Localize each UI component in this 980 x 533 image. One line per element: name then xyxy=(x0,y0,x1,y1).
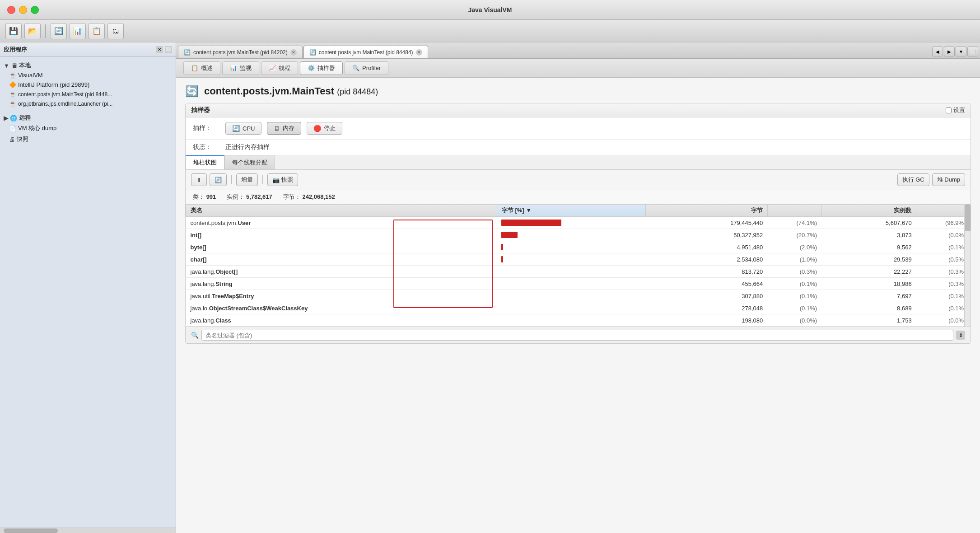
sidebar-item-visualvm[interactable]: ☕ VisualVM xyxy=(0,70,176,80)
sub-tab-heap[interactable]: 堆柱状图 xyxy=(186,155,224,169)
table-row[interactable]: java.io.ObjectStreamClass$WeakClassKey27… xyxy=(186,302,971,314)
cell-bytes: 2,534,080 xyxy=(646,253,768,266)
sidebar-item-intellij[interactable]: 🔶 IntelliJ Platform (pid 29899) xyxy=(0,80,176,89)
cell-classname: byte[] xyxy=(186,241,497,253)
col-instances-pct[interactable] xyxy=(916,205,971,217)
cell-classname: java.util.TreeMap$Entry xyxy=(186,290,497,302)
toolbar-btn5[interactable]: 📋 xyxy=(89,23,105,39)
cpu-sample-btn[interactable]: 🔄 CPU xyxy=(225,122,261,135)
cell-bytes: 278,048 xyxy=(646,302,768,314)
refresh-btn[interactable]: 🔄 xyxy=(210,173,227,186)
sidebar-item-vmdump[interactable]: 📄 VM 核心 dump xyxy=(0,123,176,134)
profiler-icon: 🔍 xyxy=(352,65,359,71)
snapshot-btn[interactable]: 📷 快照 xyxy=(267,173,298,186)
cell-instances-pct: (0.0%) xyxy=(916,229,971,241)
nav-tab-monitor[interactable]: 📊 监视 xyxy=(222,61,259,75)
cell-bytes: 455,664 xyxy=(646,278,768,290)
col-bytes[interactable]: 字节 xyxy=(646,205,768,217)
settings-row: 设置 xyxy=(946,106,965,114)
intellij-icon: 🔶 xyxy=(9,81,16,88)
table-row[interactable]: java.lang.String455,664(0.1%)18,986(0.3%… xyxy=(186,278,971,290)
page-title-main: MainTest xyxy=(292,85,334,97)
pause-icon: ⏸ xyxy=(196,177,202,183)
col-bytes-bar[interactable]: 字节 [%] ▼ xyxy=(497,205,645,217)
table-row[interactable]: java.lang.Object[]813,720(0.3%)22,227(0.… xyxy=(186,266,971,278)
tab-label: content posts jvm MainTest (pid 84202) xyxy=(193,49,288,56)
delta-btn[interactable]: 增量 xyxy=(236,173,258,186)
cell-instances-pct: (96.9%) xyxy=(916,217,971,229)
status-value: 正进行内存抽样 xyxy=(225,143,270,151)
cell-instances-pct: (0.5%) xyxy=(916,253,971,266)
tab-pid84484[interactable]: 🔄 content posts jvm MainTest (pid 84484)… xyxy=(303,46,428,58)
toolbar-open-btn[interactable]: 📂 xyxy=(24,23,41,39)
close-button[interactable] xyxy=(7,6,15,14)
nav-tab-profiler[interactable]: 🔍 Profiler xyxy=(345,61,388,75)
table-row[interactable]: java.util.TreeMap$Entry307,880(0.1%)7,69… xyxy=(186,290,971,302)
col-classname[interactable]: 类名 xyxy=(186,205,497,217)
nav-tab-overview[interactable]: 📋 概述 xyxy=(183,61,220,75)
tab-pid84202[interactable]: 🔄 content posts jvm MainTest (pid 84202)… xyxy=(178,46,303,58)
tab-icon: 🔄 xyxy=(309,49,316,56)
cell-bytes-pct: (2.0%) xyxy=(767,241,821,253)
maximize-button[interactable] xyxy=(31,6,39,14)
sidebar-section-remote: ▶ 🌐 远程 xyxy=(0,111,176,123)
settings-checkbox[interactable] xyxy=(946,108,952,113)
sampler-icon: ⚙️ xyxy=(308,65,315,71)
window-controls[interactable] xyxy=(7,6,39,14)
col-instances[interactable]: 实例数 xyxy=(821,205,916,217)
java-icon: ☕ xyxy=(9,100,16,107)
sub-tab-thread[interactable]: 每个线程分配 xyxy=(224,155,275,169)
page-title-prefix: content.posts.jvm. xyxy=(204,85,292,97)
toolbar-btn3[interactable]: 🔄 xyxy=(51,23,67,39)
stop-sample-btn[interactable]: 🛑 停止 xyxy=(307,122,342,135)
minimize-button[interactable] xyxy=(19,6,27,14)
pause-btn[interactable]: ⏸ xyxy=(191,173,207,186)
sidebar-item-maintest1[interactable]: ☕ content.posts.jvm.MainTest (pid 8448..… xyxy=(0,89,176,99)
nav-tab-threads[interactable]: 📈 线程 xyxy=(261,61,298,75)
scrollbar-thumb[interactable] xyxy=(965,204,971,231)
toolbar-btn4[interactable]: 📊 xyxy=(70,23,86,39)
threads-icon: 📈 xyxy=(269,65,276,71)
toolbar-save-btn[interactable]: 💾 xyxy=(5,23,22,39)
heap-dump-btn[interactable]: 堆 Dump xyxy=(932,173,965,186)
toolbar-btn6[interactable]: 🗂 xyxy=(107,23,124,39)
table-row[interactable]: char[]2,534,080(1.0%)29,539(0.5%) xyxy=(186,253,971,266)
sidebar-item-launcher[interactable]: ☕ org.jetbrains.jps.cmdline.Launcher (pi… xyxy=(0,99,176,108)
status-row: 状态： 正进行内存抽样 xyxy=(186,140,971,155)
run-gc-btn[interactable]: 执行 GC xyxy=(897,173,929,186)
sampler-title: 抽样器 xyxy=(191,106,210,114)
sidebar-remote-label: 远程 xyxy=(19,114,31,122)
sidebar-scrollbar[interactable] xyxy=(0,528,176,533)
tab-nav-left[interactable]: ◀ xyxy=(932,47,943,56)
cell-bytes-pct: (0.1%) xyxy=(767,278,821,290)
filter-expand-btn[interactable]: ⇕ xyxy=(956,331,965,340)
memory-sample-btn[interactable]: 🖥 内存 xyxy=(267,122,301,135)
col-bytes-pct[interactable] xyxy=(767,205,821,217)
table-row[interactable]: int[]50,327,952(20.7%)3,873(0.0%) xyxy=(186,229,971,241)
tab-nav-right-btn[interactable]: ▶ xyxy=(944,47,955,56)
snapshot-icon: 🖨 xyxy=(9,136,15,143)
table-row[interactable]: java.lang.Class198,080(0.0%)1,753(0.0%) xyxy=(186,314,971,327)
filter-input[interactable] xyxy=(201,330,953,341)
tab-dropdown-btn[interactable]: ▼ xyxy=(956,47,966,56)
sidebar-expand-btn[interactable]: ⬜ xyxy=(165,46,172,53)
sidebar-item-label: content.posts.jvm.MainTest (pid 8448... xyxy=(18,91,112,98)
cell-instances: 8,689 xyxy=(821,302,916,314)
cell-bytes: 198,080 xyxy=(646,314,768,327)
table-row[interactable]: content.posts.jvm.User179,445,440(74.1%)… xyxy=(186,217,971,229)
tab-close-btn[interactable]: ✕ xyxy=(416,49,422,56)
nav-tab-sampler[interactable]: ⚙️ 抽样器 xyxy=(300,61,343,75)
page-refresh-icon[interactable]: 🔄 xyxy=(185,85,199,98)
cell-instances: 18,986 xyxy=(821,278,916,290)
sidebar-close-btn[interactable]: ✕ xyxy=(156,46,163,53)
tab-restore-btn[interactable]: ⬜ xyxy=(967,47,978,56)
tab-close-btn[interactable]: ✕ xyxy=(290,49,297,56)
scrollbar-thumb[interactable] xyxy=(4,528,58,533)
settings-checkbox-label[interactable]: 设置 xyxy=(946,106,965,114)
cell-instances: 5,607,670 xyxy=(821,217,916,229)
sidebar-section-local: ▼ 🖥 本地 xyxy=(0,59,176,70)
sidebar-item-snapshot[interactable]: 🖨 快照 xyxy=(0,134,176,145)
chevron-right-icon: ▶ xyxy=(4,115,8,122)
table-row[interactable]: byte[]4,951,480(2.0%)9,562(0.1%) xyxy=(186,241,971,253)
table-scrollbar[interactable] xyxy=(964,204,971,327)
